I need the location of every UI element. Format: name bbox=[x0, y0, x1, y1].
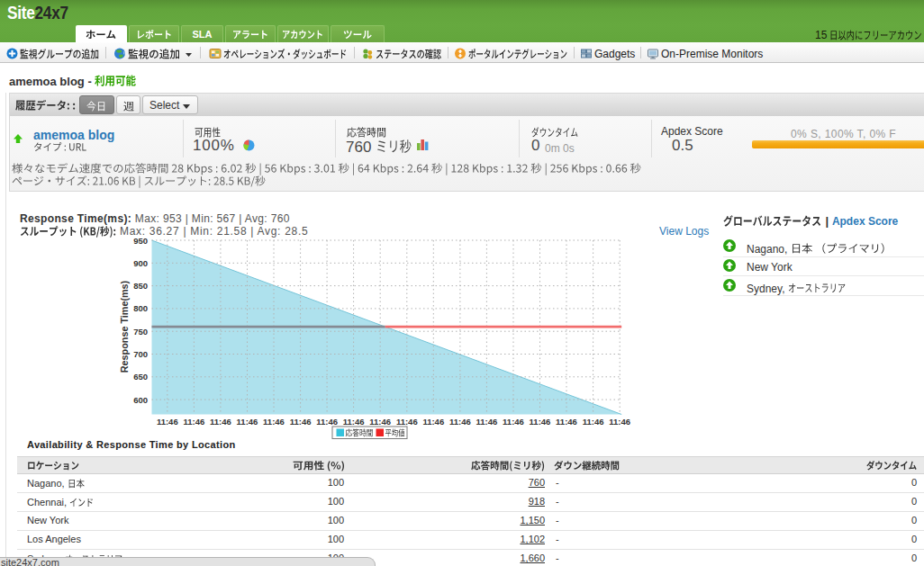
svg-text:11:46: 11:46 bbox=[449, 417, 471, 427]
svg-text:11:46: 11:46 bbox=[157, 417, 178, 427]
svg-text:11:46: 11:46 bbox=[316, 417, 338, 427]
svg-text:800: 800 bbox=[133, 303, 148, 313]
svg-text:11:46: 11:46 bbox=[609, 417, 630, 427]
svg-text:850: 850 bbox=[133, 281, 148, 291]
svg-text:750: 750 bbox=[133, 327, 148, 337]
svg-text:11:46: 11:46 bbox=[422, 417, 444, 427]
svg-text:11:46: 11:46 bbox=[476, 417, 498, 427]
svg-text:11:46: 11:46 bbox=[396, 417, 418, 427]
svg-text:11:46: 11:46 bbox=[290, 417, 312, 427]
svg-text:11:46: 11:46 bbox=[503, 417, 524, 427]
svg-text:11:46: 11:46 bbox=[343, 417, 365, 427]
svg-text:700: 700 bbox=[133, 349, 148, 359]
svg-text:11:46: 11:46 bbox=[184, 417, 205, 427]
svg-text:950: 950 bbox=[133, 236, 148, 246]
svg-text:11:46: 11:46 bbox=[556, 417, 577, 427]
svg-text:11:46: 11:46 bbox=[369, 417, 391, 427]
svg-text:Response Time(ms): Response Time(ms) bbox=[119, 280, 130, 373]
svg-text:11:46: 11:46 bbox=[263, 417, 285, 427]
svg-text:650: 650 bbox=[133, 372, 148, 382]
svg-text:600: 600 bbox=[133, 395, 148, 405]
svg-text:900: 900 bbox=[133, 258, 148, 268]
svg-text:11:46: 11:46 bbox=[583, 417, 604, 427]
svg-text:11:46: 11:46 bbox=[530, 417, 551, 427]
svg-text:11:46: 11:46 bbox=[210, 417, 231, 427]
svg-text:11:46: 11:46 bbox=[237, 417, 258, 427]
